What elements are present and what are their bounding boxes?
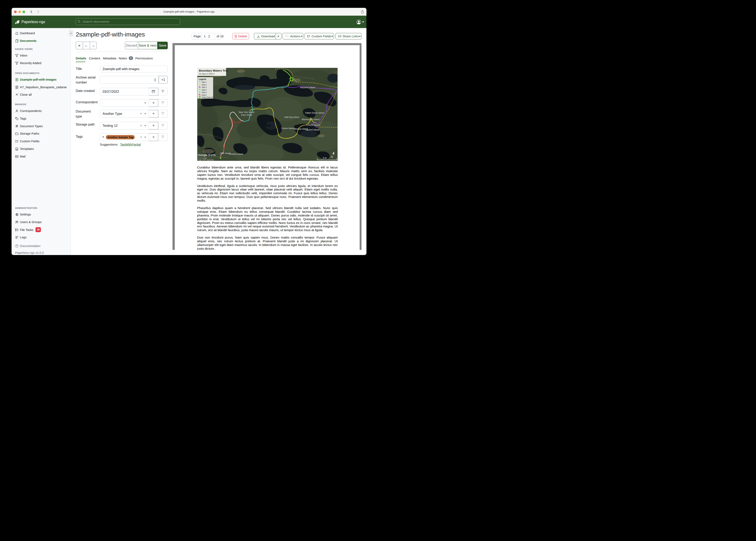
svg-text:Day 2: Day 2 (202, 84, 207, 86)
svg-text:Image © 2017 DigitalGlobe: Image © 2017 DigitalGlobe (198, 159, 214, 161)
svg-text:N: N (331, 155, 333, 159)
svg-text:Lincoln Island: Lincoln Island (307, 124, 320, 126)
svg-text:Google Earth: Google Earth (198, 153, 215, 157)
svg-text:Canoe Island: Canoe Island (281, 127, 294, 130)
svg-text:Boundary Waters Trip: Boundary Waters Trip (199, 69, 228, 72)
svg-text:© 2017 Google: © 2017 Google (198, 157, 207, 159)
svg-text:Washington Island: Washington Island (302, 118, 319, 121)
svg-text:Day 1: Day 1 (202, 81, 207, 83)
svg-text:Squirrel Island: Squirrel Island (305, 129, 319, 131)
svg-text:Legend: Legend (199, 78, 206, 80)
svg-text:New York Island: New York Island (239, 111, 254, 113)
svg-text:Hausons Island: Hausons Island (300, 86, 315, 89)
svg-text:Day 6: Day 6 (202, 94, 207, 96)
svg-text:Text: Text (265, 124, 271, 127)
svg-text:Day 4: Day 4 (202, 89, 207, 91)
svg-text:Six days in BWCA: Six days in BWCA (199, 73, 215, 75)
svg-text:Day 3: Day 3 (202, 86, 207, 88)
svg-text:Entry Point 24: Entry Point 24 (202, 96, 213, 98)
svg-text:Charlies Island: Charlies Island (229, 153, 243, 155)
svg-text:Gary Island: Gary Island (241, 114, 252, 116)
svg-text:Indian Grave Island: Indian Grave Island (305, 112, 324, 114)
svg-text:Half Dog Island: Half Dog Island (284, 116, 299, 118)
svg-text:3 mi: 3 mi (323, 157, 327, 159)
svg-text:Day 5: Day 5 (202, 91, 207, 93)
